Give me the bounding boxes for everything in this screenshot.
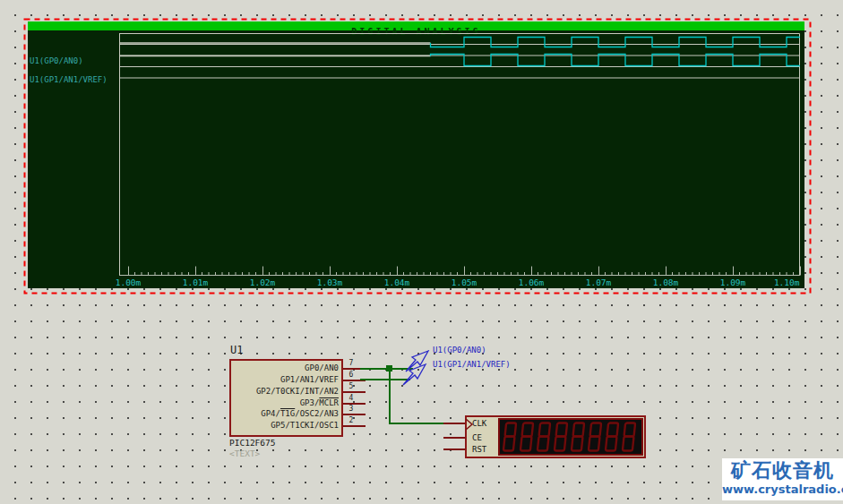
x-axis-tick-label: 1.06m (515, 278, 547, 286)
counter-pin-stub-rst[interactable] (443, 448, 465, 450)
counter-pin-stub-ce[interactable] (443, 437, 465, 439)
u1-pin-label: GP1/AN1/VREF (231, 375, 339, 384)
u1-pin-stub-3[interactable] (343, 414, 366, 415)
seven-segment-digit (518, 422, 536, 452)
x-axis-tick-label: 1.10m (770, 278, 800, 286)
u1-pin-stub-5[interactable] (343, 391, 366, 393)
counter-pin-label-ce: CE (472, 433, 482, 442)
u1-pin-label: GP3/MCLR (231, 398, 339, 407)
seven-segment-digit (569, 422, 587, 452)
u1-value-label[interactable]: PIC12F675 (229, 438, 275, 448)
probe-label-gp0: U1(GP0/AN0) (433, 346, 486, 355)
seven-segment-display (498, 418, 643, 456)
channel-label-gp1: U1(GP1/AN1/VREF) (30, 75, 108, 84)
u1-text-placeholder: <TEXT> (229, 448, 260, 458)
u1-pin-number: 3 (345, 405, 357, 414)
x-axis-tick-label: 1.01m (179, 278, 211, 286)
analysis-title-bar: DIGITAL ANALYSIS (28, 21, 804, 30)
x-axis-tick-label: 1.08m (649, 278, 682, 286)
counter-pin-stub-clk[interactable] (443, 423, 465, 424)
u1-pin-stub-2[interactable] (343, 425, 366, 427)
seven-segment-digit (603, 422, 621, 452)
seven-segment-digit (501, 422, 519, 452)
counter-pin-label-rst: RST (472, 445, 486, 454)
x-axis-tick-label: 1.07m (582, 278, 615, 286)
probe-label-gp1: U1(GP1/AN1/VREF) (433, 360, 511, 369)
u1-pin-number: 2 (345, 416, 357, 425)
x-axis-tick-label: 1.05m (448, 278, 480, 286)
x-axis-tick-label: 1.02m (246, 278, 279, 286)
u1-pin-number: 4 (345, 394, 357, 403)
seven-segment-digit (586, 422, 604, 452)
wire-to-clk[interactable] (389, 423, 445, 424)
u1-pin-number: 5 (345, 382, 357, 391)
u1-pin-label: GP5/T1CKI/OSC1 (231, 421, 339, 430)
watermark-title: 矿石收音机 (722, 458, 843, 483)
u1-pin-number: 7 (345, 359, 357, 368)
seven-segment-digit (552, 422, 570, 452)
x-axis-tick-label: 1.04m (381, 278, 413, 286)
watermark: 矿石收音机 www.crystalradio.cn (722, 458, 843, 500)
seven-segment-digit (620, 422, 638, 452)
wire-junction-down[interactable] (389, 368, 391, 424)
digital-analysis-window[interactable]: DIGITAL ANALYSIS U1(GP0/AN0) U1(GP1/AN1/… (28, 21, 804, 288)
u1-reference-label: U1 (230, 344, 243, 356)
u1-pin-label: GP4/T1G/OSC2/AN3 (231, 409, 339, 418)
x-axis-tick-label: 1.09m (717, 278, 749, 286)
watermark-url: www.crystalradio.cn (722, 483, 843, 497)
schematic-canvas[interactable]: DIGITAL ANALYSIS U1(GP0/AN0) U1(GP1/AN1/… (0, 0, 843, 504)
u1-pin-label: GP0/AN0 (231, 363, 339, 372)
x-axis-tick-label: 1.03m (314, 278, 346, 286)
u1-pin-number: 6 (345, 371, 357, 380)
x-axis-tick-label: 1.00m (112, 278, 144, 286)
counter-pin-label-clk: CLK (472, 419, 486, 428)
seven-segment-digit (535, 422, 553, 452)
analysis-title: DIGITAL ANALYSIS (351, 28, 480, 37)
u1-pin-label: GP2/T0CKI/INT/AN2 (231, 387, 339, 396)
wire-junction-dot (386, 365, 392, 372)
voltage-probe-gp1[interactable] (402, 363, 427, 387)
channel-label-gp0: U1(GP0/AN0) (30, 56, 83, 65)
